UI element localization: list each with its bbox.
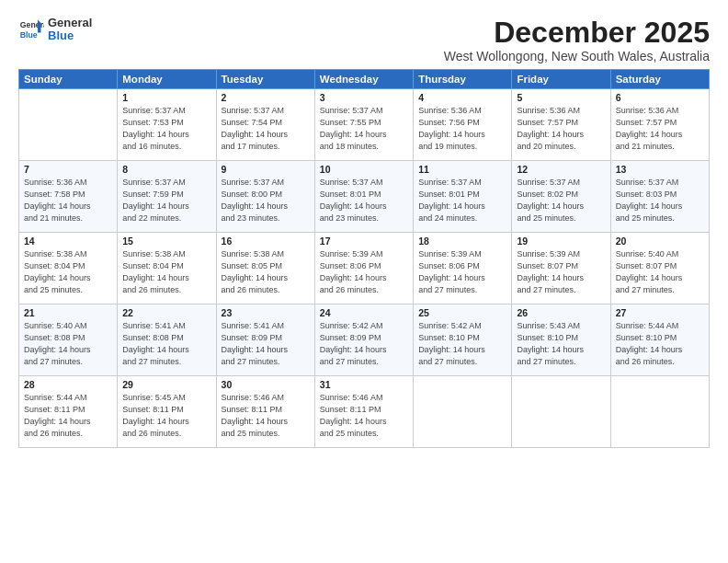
logo-blue: Blue xyxy=(48,29,92,42)
day-info: Sunrise: 5:40 AM Sunset: 8:08 PM Dayligh… xyxy=(24,320,112,368)
header-wednesday: Wednesday xyxy=(314,70,413,89)
calendar-cell: 14Sunrise: 5:38 AM Sunset: 8:04 PM Dayli… xyxy=(19,233,118,304)
calendar-cell: 26Sunrise: 5:43 AM Sunset: 8:10 PM Dayli… xyxy=(512,304,610,376)
day-info: Sunrise: 5:44 AM Sunset: 8:10 PM Dayligh… xyxy=(616,320,704,368)
header-monday: Monday xyxy=(118,70,216,89)
week-row-1: 7Sunrise: 5:36 AM Sunset: 7:58 PM Daylig… xyxy=(19,161,710,233)
calendar-cell: 25Sunrise: 5:42 AM Sunset: 8:10 PM Dayli… xyxy=(414,304,512,376)
day-info: Sunrise: 5:42 AM Sunset: 8:09 PM Dayligh… xyxy=(320,320,408,368)
day-number: 23 xyxy=(222,307,310,318)
calendar-cell xyxy=(414,376,512,448)
calendar-cell: 22Sunrise: 5:41 AM Sunset: 8:08 PM Dayli… xyxy=(118,304,216,376)
logo-general: General xyxy=(48,17,92,29)
calendar-cell: 6Sunrise: 5:36 AM Sunset: 7:57 PM Daylig… xyxy=(610,89,709,161)
header-saturday: Saturday xyxy=(610,70,709,89)
day-info: Sunrise: 5:37 AM Sunset: 7:55 PM Dayligh… xyxy=(320,105,408,153)
day-number: 29 xyxy=(122,379,210,390)
day-info: Sunrise: 5:45 AM Sunset: 8:11 PM Dayligh… xyxy=(122,392,210,440)
day-info: Sunrise: 5:37 AM Sunset: 8:00 PM Dayligh… xyxy=(222,177,310,224)
day-number: 8 xyxy=(122,164,210,175)
day-number: 26 xyxy=(517,307,605,318)
calendar-cell: 18Sunrise: 5:39 AM Sunset: 8:06 PM Dayli… xyxy=(414,233,512,304)
day-number: 21 xyxy=(24,307,112,318)
week-row-4: 28Sunrise: 5:44 AM Sunset: 8:11 PM Dayli… xyxy=(19,376,710,448)
week-row-2: 14Sunrise: 5:38 AM Sunset: 8:04 PM Dayli… xyxy=(19,233,710,304)
calendar-cell: 29Sunrise: 5:45 AM Sunset: 8:11 PM Dayli… xyxy=(118,376,216,448)
day-number: 1 xyxy=(122,92,210,103)
day-info: Sunrise: 5:46 AM Sunset: 8:11 PM Dayligh… xyxy=(222,392,310,440)
day-number: 14 xyxy=(24,236,112,247)
location-subtitle: West Wollongong, New South Wales, Austra… xyxy=(444,49,710,63)
day-number: 17 xyxy=(320,236,408,247)
calendar-cell: 10Sunrise: 5:37 AM Sunset: 8:01 PM Dayli… xyxy=(314,161,413,233)
logo: General Blue General Blue xyxy=(18,17,92,43)
page: General Blue General Blue December 2025 … xyxy=(0,0,728,563)
day-info: Sunrise: 5:41 AM Sunset: 8:09 PM Dayligh… xyxy=(222,320,310,368)
day-number: 11 xyxy=(418,164,506,175)
week-row-3: 21Sunrise: 5:40 AM Sunset: 8:08 PM Dayli… xyxy=(19,304,710,376)
day-info: Sunrise: 5:37 AM Sunset: 7:54 PM Dayligh… xyxy=(222,105,310,153)
calendar-cell: 2Sunrise: 5:37 AM Sunset: 7:54 PM Daylig… xyxy=(216,89,314,161)
day-number: 15 xyxy=(122,236,210,247)
day-number: 19 xyxy=(517,236,605,247)
day-info: Sunrise: 5:37 AM Sunset: 8:03 PM Dayligh… xyxy=(616,177,704,224)
day-number: 3 xyxy=(320,92,408,103)
day-info: Sunrise: 5:46 AM Sunset: 8:11 PM Dayligh… xyxy=(320,392,408,440)
calendar-cell: 7Sunrise: 5:36 AM Sunset: 7:58 PM Daylig… xyxy=(19,161,118,233)
week-row-0: 1Sunrise: 5:37 AM Sunset: 7:53 PM Daylig… xyxy=(19,89,710,161)
day-number: 18 xyxy=(418,236,506,247)
calendar-cell: 20Sunrise: 5:40 AM Sunset: 8:07 PM Dayli… xyxy=(610,233,709,304)
calendar-table: SundayMondayTuesdayWednesdayThursdayFrid… xyxy=(18,69,710,448)
header-tuesday: Tuesday xyxy=(216,70,314,89)
day-number: 5 xyxy=(517,92,605,103)
calendar-cell: 3Sunrise: 5:37 AM Sunset: 7:55 PM Daylig… xyxy=(314,89,413,161)
calendar-cell: 28Sunrise: 5:44 AM Sunset: 8:11 PM Dayli… xyxy=(19,376,118,448)
calendar-cell: 27Sunrise: 5:44 AM Sunset: 8:10 PM Dayli… xyxy=(610,304,709,376)
day-number: 27 xyxy=(616,307,704,318)
calendar-cell xyxy=(610,376,709,448)
day-number: 22 xyxy=(122,307,210,318)
calendar-cell: 23Sunrise: 5:41 AM Sunset: 8:09 PM Dayli… xyxy=(216,304,314,376)
calendar-cell: 16Sunrise: 5:38 AM Sunset: 8:05 PM Dayli… xyxy=(216,233,314,304)
day-info: Sunrise: 5:37 AM Sunset: 7:59 PM Dayligh… xyxy=(122,177,210,224)
day-number: 7 xyxy=(24,164,112,175)
calendar-cell: 8Sunrise: 5:37 AM Sunset: 7:59 PM Daylig… xyxy=(118,161,216,233)
calendar-cell: 17Sunrise: 5:39 AM Sunset: 8:06 PM Dayli… xyxy=(314,233,413,304)
day-info: Sunrise: 5:42 AM Sunset: 8:10 PM Dayligh… xyxy=(418,320,506,368)
day-info: Sunrise: 5:36 AM Sunset: 7:56 PM Dayligh… xyxy=(418,105,506,153)
logo-icon: General Blue xyxy=(18,17,44,42)
day-info: Sunrise: 5:37 AM Sunset: 8:02 PM Dayligh… xyxy=(517,177,605,224)
day-info: Sunrise: 5:39 AM Sunset: 8:07 PM Dayligh… xyxy=(517,248,605,296)
day-number: 30 xyxy=(222,379,310,390)
calendar-cell: 30Sunrise: 5:46 AM Sunset: 8:11 PM Dayli… xyxy=(216,376,314,448)
month-title: December 2025 xyxy=(444,17,710,49)
calendar-cell: 24Sunrise: 5:42 AM Sunset: 8:09 PM Dayli… xyxy=(314,304,413,376)
calendar-header-row: SundayMondayTuesdayWednesdayThursdayFrid… xyxy=(19,70,710,89)
calendar-cell xyxy=(19,89,118,161)
day-number: 25 xyxy=(418,307,506,318)
day-info: Sunrise: 5:38 AM Sunset: 8:04 PM Dayligh… xyxy=(122,248,210,296)
header-sunday: Sunday xyxy=(19,70,118,89)
day-info: Sunrise: 5:44 AM Sunset: 8:11 PM Dayligh… xyxy=(24,392,112,440)
svg-text:Blue: Blue xyxy=(20,30,38,40)
day-info: Sunrise: 5:43 AM Sunset: 8:10 PM Dayligh… xyxy=(517,320,605,368)
calendar-cell: 4Sunrise: 5:36 AM Sunset: 7:56 PM Daylig… xyxy=(414,89,512,161)
calendar-cell xyxy=(512,376,610,448)
day-info: Sunrise: 5:36 AM Sunset: 7:57 PM Dayligh… xyxy=(517,105,605,153)
day-info: Sunrise: 5:39 AM Sunset: 8:06 PM Dayligh… xyxy=(320,248,408,296)
day-number: 16 xyxy=(222,236,310,247)
day-info: Sunrise: 5:41 AM Sunset: 8:08 PM Dayligh… xyxy=(122,320,210,368)
day-number: 9 xyxy=(222,164,310,175)
day-info: Sunrise: 5:36 AM Sunset: 7:57 PM Dayligh… xyxy=(616,105,704,153)
day-number: 13 xyxy=(616,164,704,175)
day-number: 6 xyxy=(616,92,704,103)
calendar-cell: 1Sunrise: 5:37 AM Sunset: 7:53 PM Daylig… xyxy=(118,89,216,161)
calendar-cell: 21Sunrise: 5:40 AM Sunset: 8:08 PM Dayli… xyxy=(19,304,118,376)
day-info: Sunrise: 5:38 AM Sunset: 8:04 PM Dayligh… xyxy=(24,248,112,296)
day-number: 10 xyxy=(320,164,408,175)
calendar-cell: 13Sunrise: 5:37 AM Sunset: 8:03 PM Dayli… xyxy=(610,161,709,233)
header-friday: Friday xyxy=(512,70,610,89)
title-area: December 2025 West Wollongong, New South… xyxy=(444,17,710,63)
day-info: Sunrise: 5:36 AM Sunset: 7:58 PM Dayligh… xyxy=(24,177,112,224)
calendar-cell: 19Sunrise: 5:39 AM Sunset: 8:07 PM Dayli… xyxy=(512,233,610,304)
